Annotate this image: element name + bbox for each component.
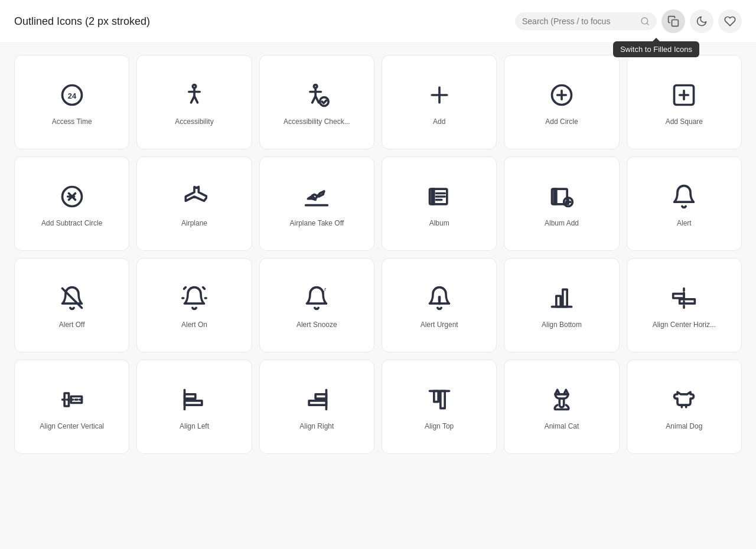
page-title: Outlined Icons (2 px stroked) <box>14 15 150 28</box>
icon-label: Album Add <box>545 219 579 228</box>
icon-card-alert-on[interactable]: Alert On <box>136 258 252 352</box>
icon-label: Add Square <box>666 117 703 127</box>
icon-card-accessibility[interactable]: Accessibility <box>136 55 252 149</box>
copy-icon <box>667 15 679 27</box>
icon-card-align-top[interactable]: Align Top <box>382 360 497 454</box>
icon-label: Align Top <box>425 422 454 432</box>
svg-rect-2 <box>672 20 679 27</box>
icon-card-accessibility-check[interactable]: Accessibility Check... <box>259 55 374 149</box>
icon-card-align-left[interactable]: Align Left <box>136 360 252 454</box>
icon-card-align-right[interactable]: Align Right <box>259 360 374 454</box>
search-bar[interactable] <box>515 12 657 30</box>
svg-line-14 <box>315 96 319 103</box>
icon-label: Alert Urgent <box>421 321 458 330</box>
icon-card-align-center-vertical[interactable]: Align Center Vertical <box>14 360 129 454</box>
album-add-icon <box>548 182 576 211</box>
icon-card-add-circle[interactable]: Add Circle <box>504 55 619 149</box>
animal-cat-icon <box>548 385 576 414</box>
search-icon <box>640 16 650 27</box>
alert-urgent-icon <box>425 284 454 312</box>
icon-label: Airplane Take Off <box>290 219 344 228</box>
access-time-icon: 24 <box>58 81 86 109</box>
icon-label: Album <box>429 219 449 228</box>
icon-card-access-time[interactable]: 24 Access Time <box>14 55 129 149</box>
icon-card-align-center-horiz[interactable]: Align Center Horiz... <box>627 258 742 352</box>
search-input[interactable] <box>522 17 636 26</box>
icon-card-animal-dog[interactable]: Animal Dog <box>627 360 742 454</box>
align-top-icon <box>425 385 454 414</box>
icon-label: Align Center Vertical <box>40 422 104 432</box>
icon-label: Add <box>433 117 445 127</box>
add-icon <box>425 81 454 109</box>
header-controls: Switch to Filled Icons <box>515 9 742 33</box>
svg-rect-34 <box>554 189 556 204</box>
add-circle-icon <box>548 81 576 109</box>
moon-icon <box>696 15 708 27</box>
icon-card-add-square[interactable]: Add Square <box>627 55 742 149</box>
icon-card-add-subtract-circle[interactable]: Add Subtract Circle <box>14 156 129 251</box>
icon-label: Accessibility <box>175 117 213 127</box>
svg-rect-44 <box>556 296 561 307</box>
tooltip: Switch to Filled Icons <box>613 41 699 57</box>
icon-label: Animal Dog <box>666 422 702 432</box>
icon-card-add[interactable]: Add <box>382 55 497 149</box>
accessibility-check-icon <box>302 81 331 109</box>
svg-rect-53 <box>184 394 195 398</box>
icon-card-album-add[interactable]: Album Add <box>504 156 619 251</box>
svg-rect-45 <box>563 290 567 307</box>
airplane-take-off-icon <box>302 182 331 211</box>
icon-card-alert[interactable]: Alert <box>627 156 742 251</box>
icon-label: Access Time <box>52 117 92 127</box>
align-left-icon <box>180 385 208 414</box>
svg-rect-60 <box>440 391 444 409</box>
svg-rect-57 <box>309 401 326 405</box>
svg-rect-48 <box>680 299 695 303</box>
icon-label: Alert Off <box>59 321 85 330</box>
icon-label: Add Subtract Circle <box>41 219 102 228</box>
alert-snooze-icon: z z <box>302 284 331 312</box>
icon-label: Animal Cat <box>545 422 579 432</box>
icon-label: Airplane <box>181 219 207 228</box>
icon-label: Alert Snooze <box>296 321 337 330</box>
icon-grid: 24 Access Time Accessibility <box>0 43 756 466</box>
add-square-icon <box>670 81 698 109</box>
icon-card-align-bottom[interactable]: Align Bottom <box>504 258 619 352</box>
icon-label: Align Bottom <box>542 321 582 330</box>
svg-rect-54 <box>184 401 201 405</box>
theme-toggle-button[interactable] <box>690 9 713 33</box>
icon-label: Align Center Horiz... <box>653 321 716 330</box>
icon-card-airplane-take-off[interactable]: Airplane Take Off <box>259 156 374 251</box>
alert-on-icon <box>180 284 208 312</box>
svg-text:z: z <box>324 286 327 292</box>
icon-label: Alert <box>677 219 692 228</box>
heart-icon <box>724 15 736 27</box>
svg-rect-47 <box>673 294 684 298</box>
align-center-horiz-icon <box>670 284 698 312</box>
svg-text:24: 24 <box>68 92 77 100</box>
svg-rect-59 <box>434 391 438 402</box>
airplane-icon <box>180 182 208 211</box>
add-subtract-circle-icon <box>58 182 86 211</box>
icon-card-alert-snooze[interactable]: z z Alert Snooze <box>259 258 374 352</box>
align-bottom-icon <box>548 284 576 312</box>
icon-card-airplane[interactable]: Airplane <box>136 156 252 251</box>
icon-card-alert-off[interactable]: Alert Off <box>14 258 129 352</box>
accessibility-icon <box>180 81 208 109</box>
album-icon <box>425 182 454 211</box>
favorites-button[interactable] <box>718 9 742 33</box>
copy-icon-button[interactable] <box>662 9 685 33</box>
icon-card-alert-urgent[interactable]: Alert Urgent <box>382 258 497 352</box>
icon-label: Align Left <box>180 422 209 432</box>
header: Outlined Icons (2 px stroked) Switch to … <box>0 0 756 43</box>
icon-card-album[interactable]: Album <box>382 156 497 251</box>
icon-card-animal-cat[interactable]: Animal Cat <box>504 360 619 454</box>
svg-rect-56 <box>315 394 326 398</box>
icon-label: Align Right <box>299 422 334 432</box>
align-right-icon <box>302 385 331 414</box>
icon-label: Add Circle <box>545 117 578 127</box>
svg-line-1 <box>647 23 649 25</box>
alert-icon <box>670 182 698 211</box>
alert-off-icon <box>58 284 86 312</box>
align-center-vertical-icon <box>58 385 86 414</box>
icon-label: Alert On <box>181 321 207 330</box>
